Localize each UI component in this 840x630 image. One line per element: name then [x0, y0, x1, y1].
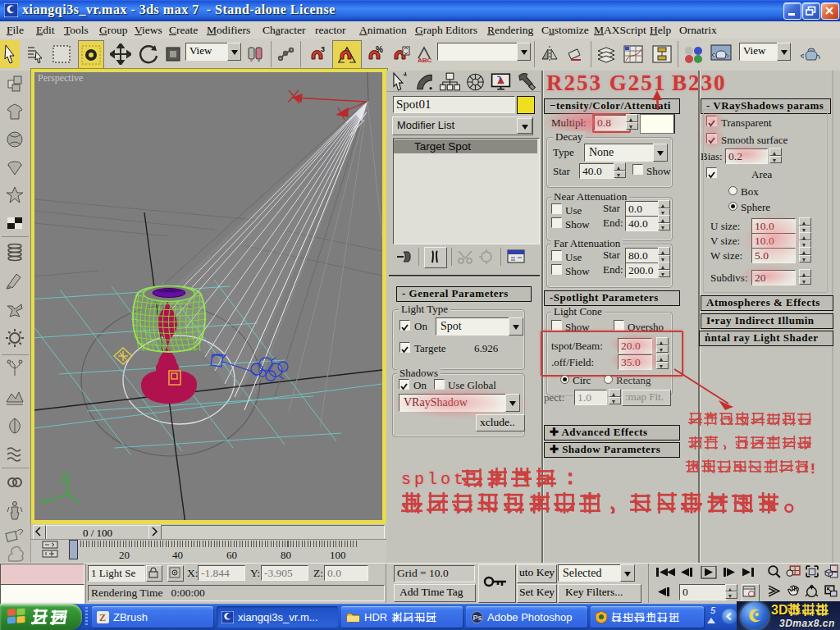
svg-text:Perspective: Perspective [38, 72, 83, 84]
svg-text:Ps: Ps [473, 614, 482, 622]
svg-text:ABC: ABC [418, 57, 432, 63]
svg-text:Z: Z [99, 612, 106, 623]
svg-text:3: 3 [321, 45, 325, 53]
svg-text:%: % [376, 45, 383, 54]
